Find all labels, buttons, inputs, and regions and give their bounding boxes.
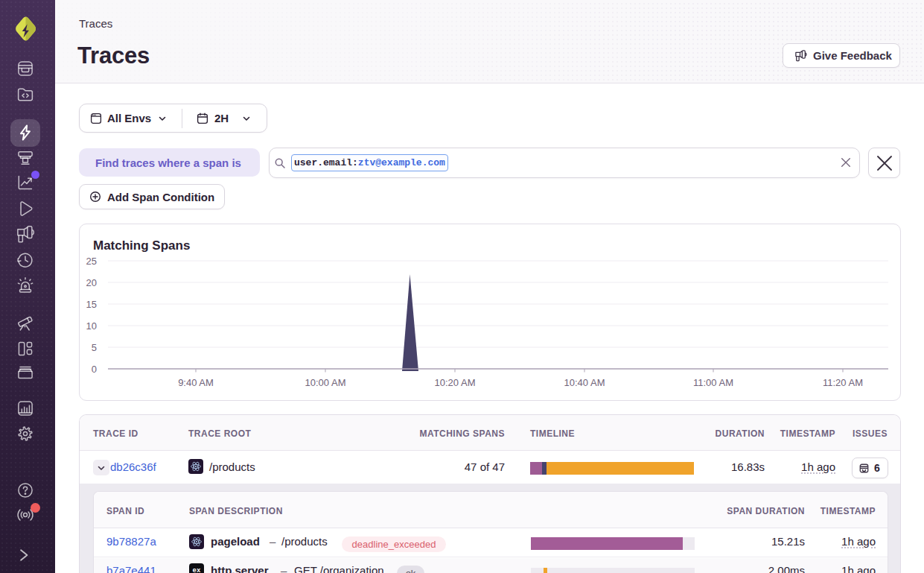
svg-text:10:40 AM: 10:40 AM — [564, 377, 605, 388]
svg-text:10: 10 — [86, 320, 97, 332]
svg-text:9:40 AM: 9:40 AM — [178, 377, 214, 388]
svg-text:11:20 AM: 11:20 AM — [823, 377, 863, 388]
svg-text:20: 20 — [86, 277, 97, 288]
svg-text:25: 25 — [86, 256, 97, 267]
svg-text:10:20 AM: 10:20 AM — [435, 377, 476, 388]
svg-text:0: 0 — [92, 364, 97, 375]
svg-text:11:00 AM: 11:00 AM — [693, 377, 733, 388]
svg-text:10:00 AM: 10:00 AM — [305, 377, 346, 388]
svg-text:5: 5 — [92, 342, 97, 353]
svg-text:15: 15 — [86, 299, 97, 310]
